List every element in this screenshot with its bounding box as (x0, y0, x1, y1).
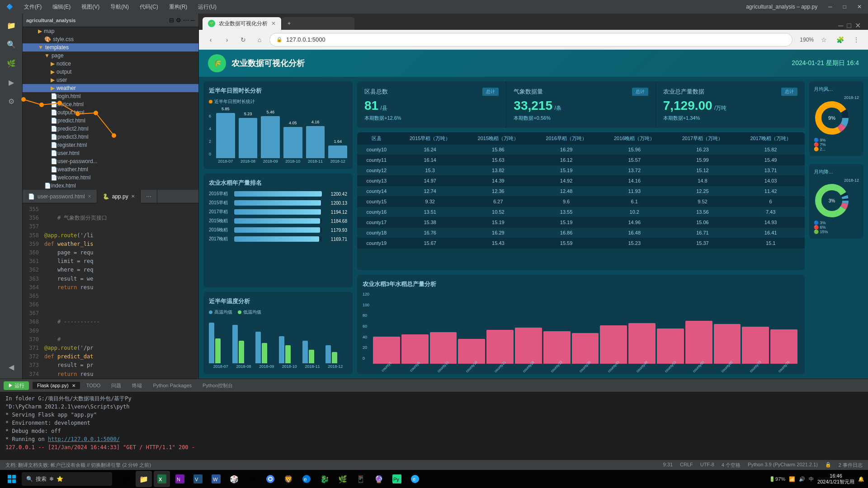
tree-item-register[interactable]: 📄register.html (23, 141, 198, 149)
toolbar-collapse[interactable]: ⊟ (169, 17, 174, 23)
stat-badge-production[interactable]: 总计 (781, 88, 797, 96)
taskbar-app-app1[interactable]: 🐉 (316, 471, 333, 487)
toolbar-minimize[interactable]: ─ (191, 17, 195, 23)
run-debug-icon[interactable]: ▶ (3, 74, 19, 90)
taskbar-app-app2[interactable]: 🌿 (335, 471, 351, 487)
taskbar-app-file-explorer[interactable]: 📁 (136, 471, 152, 487)
browser-home-button[interactable]: ⌂ (253, 33, 266, 46)
tree-item-weather[interactable]: ▶weather (23, 84, 198, 92)
tree-item-output[interactable]: ▶output (23, 68, 198, 76)
tree-item-predict[interactable]: 📄predict.html (23, 117, 198, 125)
tree-item-login[interactable]: 📄login.html (23, 92, 198, 100)
menu-run[interactable]: 运行(U) (195, 2, 219, 12)
prod-bar-county6 (401, 334, 429, 364)
tab-app-py[interactable]: 🐍 app.py ✕ (97, 190, 141, 203)
browser-tab-close[interactable]: ✕ (271, 20, 276, 27)
browser-new-tab[interactable]: + (282, 17, 354, 30)
taskbar-app-app3[interactable]: 📱 (353, 471, 369, 487)
menu-view[interactable]: 视图(V) (79, 2, 102, 12)
taskbar-notification[interactable]: 🔔 (858, 476, 864, 482)
tab-user-password[interactable]: 📄 user-password.html ✕ (23, 190, 97, 203)
taskbar-app-ie[interactable]: e (407, 471, 423, 487)
tab-close-py[interactable]: ✕ (131, 194, 135, 199)
terminal-tab-console[interactable]: Python控制台 (198, 381, 237, 390)
menu-code[interactable]: 代码(C) (137, 2, 161, 12)
browser-refresh-button[interactable]: ↻ (237, 33, 250, 46)
tree-item-notice[interactable]: ▶notice (23, 60, 198, 68)
collapse-icon[interactable]: ◀ (3, 359, 19, 375)
tree-item-user-html[interactable]: 📄user.html (23, 149, 198, 157)
table-cell: 16.23 (669, 145, 737, 155)
browser-minimize[interactable]: ─ (838, 22, 843, 30)
bar-item-2: 5.23 2018-08 (239, 118, 258, 164)
taskbar-app-onenote[interactable]: N (172, 471, 188, 487)
run-button[interactable]: ▶ 运行 (4, 381, 29, 390)
menu-refactor[interactable]: 重构(R) (166, 2, 190, 12)
terminal-tab-problems[interactable]: 问题 (107, 381, 126, 390)
taskbar-app-pycharm[interactable]: Py (389, 471, 405, 487)
tree-item-predict2[interactable]: 📄predict2.html (23, 125, 198, 133)
terminal-tab-terminal[interactable]: 终端 (127, 381, 146, 390)
browser-close[interactable]: ✕ (855, 21, 861, 30)
terminal-tab-packages[interactable]: Python Packages (148, 382, 196, 389)
taskbar-app-edge[interactable]: e (298, 471, 315, 487)
tree-item-map[interactable]: ▶map (23, 27, 198, 35)
taskbar-search[interactable]: 🔍 搜索 ❄ ⭐ (22, 472, 112, 486)
tab-close[interactable]: ✕ (88, 194, 91, 199)
menu-navigate[interactable]: 导航(N) (108, 2, 132, 12)
browser-extensions-button[interactable]: 🧩 (834, 33, 846, 46)
browser-bookmark-button[interactable]: ☆ (817, 33, 830, 46)
taskbar-app-3d[interactable]: 🎲 (226, 471, 242, 487)
tree-item-templates[interactable]: ▼templates (23, 43, 198, 52)
tree-item-page[interactable]: ▼page (23, 52, 198, 60)
git-icon[interactable]: 🌿 (3, 55, 19, 71)
tree-item-welcome[interactable]: 📄welcome.html (23, 174, 198, 182)
terminal-tab-todo[interactable]: TODO (82, 382, 105, 389)
taskbar-app-misc1[interactable]: 🖥 (244, 471, 260, 487)
tab-more[interactable]: ⋯ (141, 190, 157, 203)
window-maximize[interactable]: □ (840, 3, 849, 11)
taskbar-app-taskview[interactable]: ⊞ (118, 471, 134, 487)
table-scroll[interactable]: 区县 2015早稻（万吨） 2015晚稻（万吨） 2016早稻（万吨） 2016… (357, 132, 805, 270)
code-lines[interactable]: # 气象数据分页接口 @app.route('/li def weather_l… (41, 203, 198, 379)
menu-file[interactable]: 文件(F) (21, 2, 44, 12)
taskbar-ime[interactable]: 中 (809, 476, 814, 483)
toolbar-more[interactable]: ⋯ (183, 17, 189, 23)
table-row: county1215.313.8215.1913.7215.1213.71 (357, 165, 805, 176)
tree-item-predict3[interactable]: 📄predict3.html (23, 133, 198, 141)
url-bar[interactable]: 🔒 127.0.0.1:5000 (269, 33, 793, 47)
browser-back-button[interactable]: ‹ (204, 33, 217, 46)
tree-item-weather-html[interactable]: 📄weather.html (23, 165, 198, 174)
tree-item-user-password[interactable]: 📄user-password... (23, 157, 198, 165)
settings-icon[interactable]: ⚙ (3, 93, 19, 109)
tree-item-stylecss[interactable]: 🎨style.css (23, 35, 198, 43)
start-button[interactable] (4, 471, 20, 487)
taskbar-app-chrome[interactable] (262, 471, 278, 487)
browser-maximize[interactable]: □ (847, 22, 851, 30)
window-close[interactable]: ✕ (854, 3, 864, 11)
taskbar-app-brave[interactable]: 🦁 (280, 471, 297, 487)
tree-item-index[interactable]: 📄index.html (23, 182, 198, 190)
tree-item-output-html[interactable]: 📄output.html (23, 108, 198, 117)
table-cell: 13.72 (600, 165, 669, 176)
stat-badge-weather[interactable]: 总计 (632, 88, 648, 96)
terminal-link[interactable]: http://127.0.0.1:5000/ (48, 436, 120, 442)
search-icon[interactable]: 🔍 (3, 36, 19, 52)
browser-forward-button[interactable]: › (221, 33, 233, 46)
browser-menu-button[interactable]: ⋮ (850, 33, 863, 46)
file-explorer-icon[interactable]: 📁 (3, 17, 19, 33)
taskbar-app-excel[interactable]: X (154, 471, 170, 487)
taskbar-app-word[interactable]: W (208, 471, 224, 487)
prod-bar-wrap: county65 (714, 324, 741, 369)
taskbar-app-app4[interactable]: 🔮 (371, 471, 387, 487)
menu-edit[interactable]: 编辑(E) (50, 2, 73, 12)
tree-item-user[interactable]: ▶user (23, 76, 198, 84)
terminal-tab-run[interactable]: Flask (app.py) ✕ (33, 382, 80, 389)
toolbar-settings[interactable]: ⚙ (176, 17, 181, 23)
browser-tab-active[interactable]: 🌱 农业数据可视化分析 ✕ (203, 17, 281, 30)
window-minimize[interactable]: ─ (826, 3, 835, 11)
stat-badge-counties[interactable]: 总计 (482, 88, 499, 96)
run-tab-close[interactable]: ✕ (72, 383, 75, 388)
tree-item-notice-html[interactable]: 📄notice.html (23, 100, 198, 108)
taskbar-app-visio[interactable]: V (190, 471, 206, 487)
